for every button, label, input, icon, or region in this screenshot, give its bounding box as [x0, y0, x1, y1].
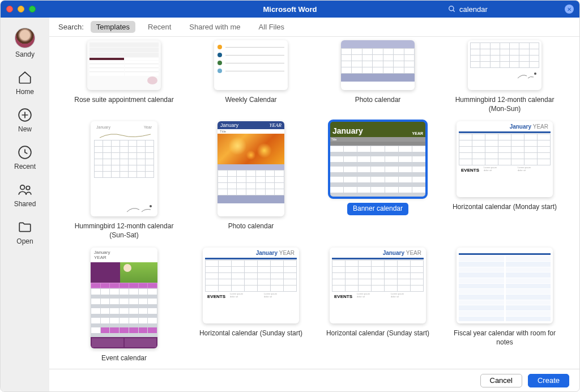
clock-icon: [17, 144, 33, 160]
sidebar-item-new[interactable]: New: [17, 107, 33, 133]
template-label: Event calendar: [101, 354, 147, 363]
footer: Cancel Create: [49, 369, 579, 391]
template-label: Photo calendar: [228, 222, 274, 231]
filter-recent[interactable]: Recent: [142, 21, 177, 33]
sidebar-user[interactable]: Sandy: [15, 28, 35, 58]
template-hummingbird-mon[interactable]: [468, 40, 541, 90]
avatar: [15, 28, 35, 48]
template-label-selected: Banner calendar: [347, 203, 408, 215]
template-weekly[interactable]: [214, 40, 288, 90]
template-fiscal-year[interactable]: [457, 248, 553, 323]
svg-point-9: [150, 205, 152, 207]
template-label: Photo calendar: [355, 96, 401, 105]
filter-shared[interactable]: Shared with me: [184, 21, 246, 33]
search-input[interactable]: [459, 5, 561, 14]
sidebar-item-recent[interactable]: Recent: [14, 144, 36, 171]
main: Search: Templates Recent Shared with me …: [49, 18, 579, 391]
window-title: Microsoft Word: [263, 5, 317, 14]
template-horizontal-sunday-1[interactable]: January YEAR EVENTS Lorem ipsumdolor sit…: [203, 248, 299, 323]
search-icon: [448, 5, 456, 13]
create-button[interactable]: Create: [528, 374, 569, 387]
template-rose-appointment[interactable]: [87, 40, 161, 90]
titlebar: Microsoft Word ✕: [1, 1, 579, 18]
filter-allfiles[interactable]: All Files: [253, 21, 291, 33]
template-label: Horizontal calendar (Sunday start): [326, 329, 429, 338]
filter-templates[interactable]: Templates: [91, 21, 135, 33]
template-label: Hummingbird 12-month calendar (Mon-Sun): [448, 96, 561, 113]
template-label: Horizontal calendar (Sunday start): [199, 329, 302, 338]
template-label: Fiscal year calendar with room for notes: [448, 329, 561, 347]
traffic-lights: [6, 6, 36, 12]
sidebar-item-open[interactable]: Open: [16, 219, 33, 245]
template-photo-cal-2[interactable]: JanuaryYEAR Title: [218, 121, 284, 216]
window: Microsoft Word ✕ Sandy Home New Rece: [0, 0, 580, 392]
template-hummingbird-sun[interactable]: JanuaryYear: [91, 121, 157, 216]
template-label: Hummingbird 12-month calendar (Sun-Sat): [67, 222, 181, 240]
template-banner-calendar[interactable]: JanuaryYEAR Title: [330, 121, 426, 197]
close-icon[interactable]: [6, 6, 13, 12]
filter-bar: Search: Templates Recent Shared with me …: [49, 18, 579, 37]
template-label: Rose suite appointment calendar: [74, 96, 173, 105]
maximize-icon[interactable]: [29, 6, 36, 12]
svg-point-8: [534, 73, 536, 75]
svg-point-0: [449, 6, 454, 11]
minimize-icon[interactable]: [18, 6, 24, 12]
sidebar-item-home[interactable]: Home: [16, 70, 34, 96]
user-name-label: Sandy: [15, 50, 35, 58]
template-event-calendar[interactable]: JanuaryYEAR: [91, 248, 157, 348]
sidebar-item-shared[interactable]: Shared: [14, 182, 36, 208]
svg-point-6: [20, 185, 25, 190]
svg-line-1: [453, 10, 455, 12]
template-gallery: Rose suite appointment calendar Weekly C…: [49, 37, 579, 369]
svg-point-7: [26, 186, 29, 190]
template-label: Horizontal calendar (Monday start): [453, 203, 557, 212]
template-label: Weekly Calendar: [225, 96, 276, 105]
home-icon: [17, 70, 33, 86]
plus-circle-icon: [17, 107, 33, 123]
template-photo-cal-1[interactable]: [341, 40, 415, 90]
folder-icon: [17, 219, 33, 235]
cancel-button[interactable]: Cancel: [480, 374, 522, 387]
template-horizontal-sunday-2[interactable]: January YEAR EVENTS Lorem ipsumdolor sit…: [330, 248, 426, 323]
clear-search-icon[interactable]: ✕: [565, 5, 574, 14]
template-horizontal-monday[interactable]: January YEAR EVENTS Lorem ipsumdolor sit…: [457, 121, 553, 197]
people-icon: [17, 182, 33, 198]
sidebar: Sandy Home New Recent Shared Open: [1, 18, 49, 391]
search-field[interactable]: ✕: [448, 5, 574, 14]
filter-label: Search:: [58, 23, 84, 31]
